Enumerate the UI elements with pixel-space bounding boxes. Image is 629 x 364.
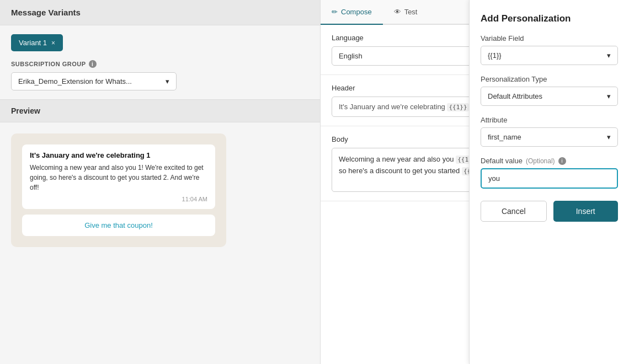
variable-field-group: Variable Field {{1}} ▾ [481,34,618,65]
variant-close-icon[interactable]: × [51,39,55,47]
header-var-tag: {{1}} [447,103,468,111]
attribute-select[interactable]: first_name ▾ [481,127,618,147]
subscription-info-icon: i [89,60,97,68]
personalization-type-label: Personalization Type [481,75,618,83]
variants-bar: Variant 1 × [0,25,320,60]
default-value-group: Default value (Optional) i [481,157,618,189]
subscription-label: SUBSCRIPTION GROUP i [11,60,309,68]
tab-test[interactable]: 👁 Test [383,0,429,25]
tab-test-label: Test [404,8,418,16]
subscription-value: Erika_Demo_Extension for Whats... [18,77,132,85]
default-value-info-icon: i [558,157,566,165]
button-row: Cancel Insert [481,201,618,222]
variable-field-select[interactable]: {{1}} ▾ [481,46,618,65]
variant-label: Variant 1 [19,39,47,47]
personalization-type-value: Default Attributes [488,92,542,100]
personalization-panel-title: Add Personalization [481,13,618,24]
preview-section-header: Preview [0,99,320,122]
default-value-input[interactable] [481,168,618,189]
cancel-button[interactable]: Cancel [481,201,547,222]
tab-compose[interactable]: ✏ Compose [321,0,383,25]
tab-compose-label: Compose [341,8,372,16]
variable-field-chevron: ▾ [607,51,611,60]
chat-bubble-container: It's January and we're celebrating 1 Wel… [11,133,226,247]
message-variants-title: Message Variants [11,8,81,17]
attribute-label: Attribute [481,116,618,124]
chat-bubble-title: It's January and we're celebrating 1 [30,151,207,159]
personalization-type-chevron: ▾ [607,92,611,100]
default-value-label: Default value [481,157,523,165]
preview-content: It's January and we're celebrating 1 Wel… [0,122,320,364]
eye-icon: 👁 [394,8,401,16]
default-value-label-row: Default value (Optional) i [481,157,618,165]
attribute-value: first_name [488,133,521,141]
insert-button[interactable]: Insert [553,201,619,222]
pencil-icon: ✏ [332,8,338,16]
variable-field-value: {{1}} [488,51,502,60]
personalization-type-select[interactable]: Default Attributes ▾ [481,87,618,106]
chat-bubble-body: Welcoming a new year and also you 1! We'… [30,163,207,192]
chat-cta-button[interactable]: Give me that coupon! [22,215,215,236]
body-line1-pre: Welcoming a new year and also you [339,155,454,163]
body-line2-pre: so here's a discount to get you started [339,167,460,175]
message-variants-header: Message Variants [0,0,320,25]
attribute-chevron: ▾ [607,133,611,141]
variable-field-label: Variable Field [481,34,618,42]
attribute-group: Attribute first_name ▾ [481,116,618,147]
header-value: It's January and we're celebrating {{1}} [339,103,469,111]
default-value-optional: (Optional) [526,157,555,165]
chat-bubble-timestamp: 11:04 AM [30,196,207,202]
subscription-chevron-icon: ▾ [166,77,169,85]
subscription-select[interactable]: Erika_Demo_Extension for Whats... ▾ [11,72,177,90]
personalization-panel: Add Personalization Variable Field {{1}}… [469,0,629,364]
subscription-section: SUBSCRIPTION GROUP i Erika_Demo_Extensio… [0,60,320,99]
personalization-type-group: Personalization Type Default Attributes … [481,75,618,106]
chat-bubble: It's January and we're celebrating 1 Wel… [22,144,215,209]
variant-tab[interactable]: Variant 1 × [11,34,63,51]
